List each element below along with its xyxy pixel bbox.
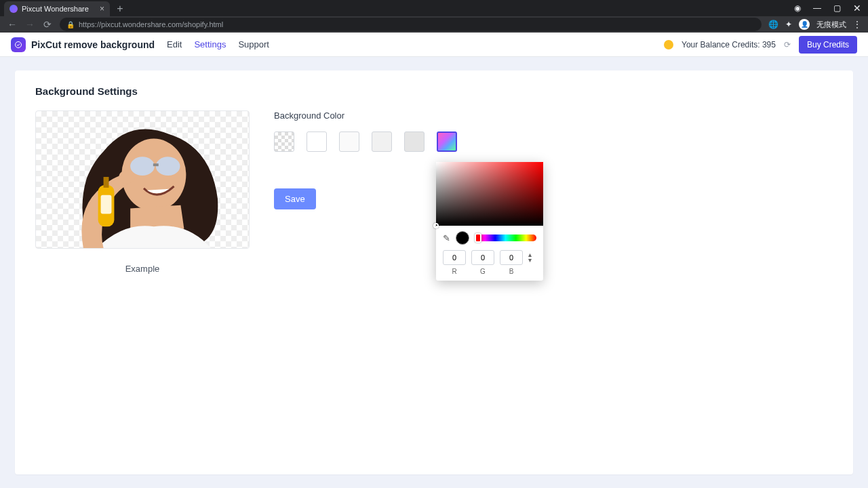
nav-settings[interactable]: Settings xyxy=(194,39,226,49)
tab-title: Pixcut Wondershare xyxy=(22,5,89,13)
window-close-icon[interactable]: ✕ xyxy=(853,3,861,14)
app-header: PixCut remove background Edit Settings S… xyxy=(0,33,868,57)
eyedropper-icon[interactable]: ✎ xyxy=(443,233,450,243)
label-r: R xyxy=(443,268,466,275)
reload-icon[interactable]: ⟳ xyxy=(42,19,53,30)
svg-point-2 xyxy=(130,157,155,176)
saturation-value-area[interactable] xyxy=(436,162,543,226)
label-g: G xyxy=(471,268,494,275)
hue-slider[interactable] xyxy=(475,235,536,241)
app-logo-icon xyxy=(11,37,26,52)
account-icon[interactable]: ◉ xyxy=(794,3,801,13)
svg-rect-6 xyxy=(101,195,112,214)
example-column: Example xyxy=(35,110,250,274)
swatch-row xyxy=(274,131,833,152)
swatch-transparent[interactable] xyxy=(274,131,294,152)
sv-handle-icon[interactable] xyxy=(433,223,439,228)
settings-panel: Background Settings xyxy=(15,70,853,474)
minimize-icon[interactable]: — xyxy=(813,3,821,13)
back-icon[interactable]: ← xyxy=(7,19,18,30)
lock-icon: 🔒 xyxy=(66,21,75,28)
forward-icon[interactable]: → xyxy=(24,19,35,30)
example-caption: Example xyxy=(35,264,250,274)
rgb-g-input[interactable] xyxy=(471,250,494,265)
save-button[interactable]: Save xyxy=(274,188,316,209)
address-bar[interactable]: 🔒 https://pixcut.wondershare.com/shopify… xyxy=(60,18,762,31)
window-controls: ◉ — ▢ ✕ xyxy=(794,0,868,16)
page-title: Background Settings xyxy=(35,85,833,97)
coin-icon xyxy=(664,40,673,49)
extensions-icon[interactable]: ✦ xyxy=(785,20,792,29)
app-title: PixCut remove background xyxy=(31,39,155,50)
rgb-b-input[interactable] xyxy=(500,250,523,265)
svg-point-0 xyxy=(16,41,22,47)
maximize-icon[interactable]: ▢ xyxy=(833,3,841,13)
swatch-white[interactable] xyxy=(307,131,327,152)
browser-tab[interactable]: Pixcut Wondershare × xyxy=(4,1,110,16)
svg-rect-7 xyxy=(104,177,109,188)
color-mode-toggle[interactable]: ▴▾ xyxy=(528,252,532,263)
tab-close-icon[interactable]: × xyxy=(100,4,104,14)
buy-credits-button[interactable]: Buy Credits xyxy=(799,36,857,54)
address-row: ← → ⟳ 🔒 https://pixcut.wondershare.com/s… xyxy=(0,16,868,33)
rgb-labels: R G B xyxy=(436,268,543,281)
rgb-r-input[interactable] xyxy=(443,250,466,265)
hue-handle-icon[interactable] xyxy=(475,233,481,243)
app-nav: Edit Settings Support xyxy=(167,39,269,49)
header-right: Your Balance Credits: 395 ⟳ Buy Credits xyxy=(664,36,857,54)
svg-rect-4 xyxy=(153,163,159,166)
page-body: Background Settings xyxy=(0,57,868,488)
tab-bar: Pixcut Wondershare × + ◉ — ▢ ✕ xyxy=(0,0,868,16)
color-picker-popover: ✎ ▴▾ R G B xyxy=(436,162,543,281)
translate-icon[interactable]: 🌐 xyxy=(768,20,778,29)
example-image-placeholder xyxy=(36,111,249,248)
bg-color-label: Background Color xyxy=(274,110,833,121)
label-b: B xyxy=(500,268,523,275)
swatch-gray3[interactable] xyxy=(404,131,425,152)
nav-edit[interactable]: Edit xyxy=(167,39,182,49)
chrome-menu-icon[interactable]: ⋮ xyxy=(853,20,861,29)
chrome-toolbar-icons: 🌐 ✦ 👤 无痕模式 ⋮ xyxy=(768,19,861,30)
nav-support[interactable]: Support xyxy=(238,39,269,49)
example-preview xyxy=(35,110,250,249)
swatch-custom-color[interactable] xyxy=(437,131,457,152)
credits-label: Your Balance Credits: 395 xyxy=(682,40,776,49)
url-text: https://pixcut.wondershare.com/shopify.h… xyxy=(79,20,223,28)
browser-chrome: Pixcut Wondershare × + ◉ — ▢ ✕ ← → ⟳ 🔒 h… xyxy=(0,0,868,33)
swatch-gray2[interactable] xyxy=(372,131,392,152)
svg-point-3 xyxy=(156,157,180,176)
new-tab-button[interactable]: + xyxy=(113,1,127,16)
current-color-preview xyxy=(456,231,469,245)
refresh-credits-icon[interactable]: ⟳ xyxy=(784,40,791,49)
svg-point-8 xyxy=(119,170,135,184)
settings-column: Background Color Save xyxy=(274,110,833,274)
profile-avatar-icon[interactable]: 👤 xyxy=(799,19,810,30)
swatch-gray1[interactable] xyxy=(339,131,359,152)
favicon-icon xyxy=(9,5,18,13)
profile-label: 无痕模式 xyxy=(816,20,846,30)
